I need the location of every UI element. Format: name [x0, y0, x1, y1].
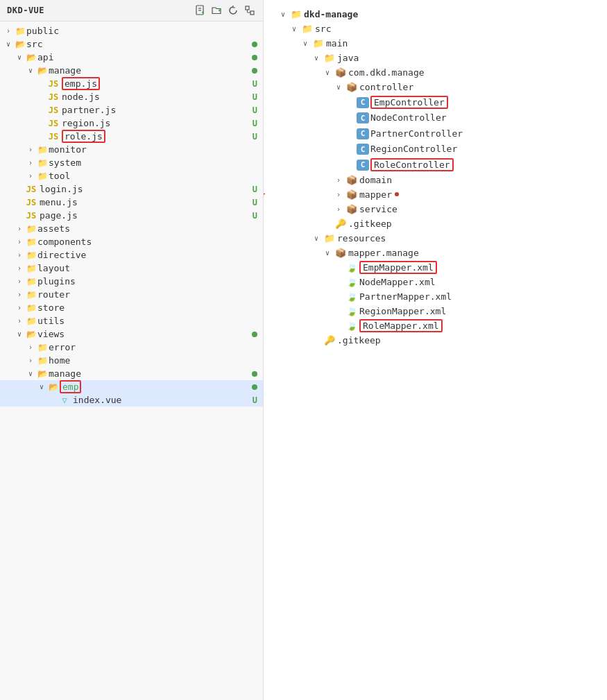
tree-item-router[interactable]: › 📁 router [0, 288, 263, 301]
item-label: error [49, 342, 263, 352]
left-panel: DKD-VUE [0, 0, 264, 700]
r-folder-icon: 📁 [311, 38, 326, 49]
tree-item-components[interactable]: › 📁 components [0, 235, 263, 248]
r-tree-item-com-dkd-manage[interactable]: ∨ 📦 com.dkd.manage [277, 65, 593, 80]
r-arrow-icon: ∨ [300, 40, 311, 47]
r-tree-item-rolecontroller[interactable]: C RoleController [277, 157, 593, 173]
arrow-icon: › [14, 317, 25, 325]
tree-item-public[interactable]: › 📁 public [0, 24, 263, 37]
tree-item-api[interactable]: ∨ 📂 api [0, 51, 263, 64]
r-tree-item-domain[interactable]: › 📦 domain [277, 173, 593, 187]
r-tree-item-mapper-row: 其他略 › 📦 mapper [277, 187, 593, 202]
status-u: U [242, 395, 263, 405]
tree-item-views-manage[interactable]: ∨ 📂 manage [0, 367, 263, 380]
item-label: manage [49, 65, 263, 76]
tree-item-views[interactable]: ∨ 📂 views [0, 327, 263, 341]
r-tree-item-regioncontroller[interactable]: C RegionController [277, 142, 593, 157]
r-tree-item-nodecontroller[interactable]: C NodeController [277, 110, 593, 126]
status-dot [252, 42, 257, 47]
tree-item-indexvue[interactable]: ▽ index.vue U [0, 393, 263, 407]
js-icon: JS [25, 198, 37, 207]
r-package-icon: 📦 [333, 248, 348, 258]
r-item-label: EmpController [370, 97, 448, 108]
status-dot [252, 384, 257, 390]
r-tree-item-rolemapper[interactable]: 🍃 RoleMapper.xml [277, 318, 593, 333]
toolbar: DKD-VUE [0, 0, 263, 22]
tree-item-monitor[interactable]: › 📁 monitor [0, 143, 263, 156]
js-icon: JS [25, 211, 37, 221]
tree-item-plugins[interactable]: › 📁 plugins [0, 275, 263, 288]
tree-item-directive[interactable]: › 📁 directive [0, 248, 263, 262]
tree-item-manage[interactable]: ∨ 📂 manage [0, 64, 263, 77]
r-package-icon: 📦 [344, 189, 359, 200]
r-item-label: service [359, 204, 397, 214]
r-item-label: EmpMapper.xml [359, 262, 437, 273]
tree-item-rolejs[interactable]: JS role.js U [0, 130, 263, 143]
tree-item-pagejs[interactable]: JS page.js U [0, 209, 263, 222]
arrow-icon: ∨ [25, 370, 36, 377]
r-package-icon: 📦 [333, 67, 348, 78]
tree-item-nodejs[interactable]: JS node.js U [0, 90, 263, 103]
tree-item-emp[interactable]: ∨ 📂 emp [0, 380, 263, 393]
r-tree-item-service[interactable]: › 📦 service [277, 202, 593, 216]
tree-item-menujs[interactable]: JS menu.js U [0, 196, 263, 209]
tree-item-src[interactable]: ∨ 📂 src [0, 37, 263, 51]
r-tree-item-regionmapper[interactable]: 🍃 RegionMapper.xml [277, 304, 593, 318]
tree-item-loginjs[interactable]: JS login.js U [0, 182, 263, 196]
js-icon: JS [25, 185, 37, 194]
arrow-icon: › [14, 278, 25, 285]
r-arrow-icon: ∨ [333, 83, 344, 91]
r-tree-item-java[interactable]: ∨ 📁 java [277, 51, 593, 65]
collapse-icon[interactable] [243, 4, 256, 17]
tree-item-error[interactable]: › 📁 error [0, 341, 263, 354]
new-folder-icon[interactable] [210, 4, 223, 17]
tree-item-home[interactable]: › 📁 home [0, 354, 263, 367]
folder-icon: 📁 [36, 171, 49, 181]
arrow-icon: › [14, 251, 25, 259]
tree-item-tool[interactable]: › 📁 tool [0, 169, 263, 182]
status-u: U [242, 92, 263, 102]
tree-item-empjs[interactable]: JS emp.js U [0, 77, 263, 90]
r-item-label: com.dkd.manage [348, 67, 425, 78]
r-tree-item-mapper-manage[interactable]: ∨ 📦 mapper.manage [277, 246, 593, 260]
folder-open-icon: 📂 [25, 53, 37, 62]
r-tree-item-partnermapper[interactable]: 🍃 PartnerMapper.xml [277, 289, 593, 304]
red-border-label: role.js [62, 130, 105, 143]
tree-item-assets[interactable]: › 📁 assets [0, 222, 263, 235]
r-tree-item-dkd-manage[interactable]: ∨ 📁 dkd-manage [277, 7, 593, 22]
folder-icon: 📁 [25, 237, 37, 247]
r-arrow-icon[interactable]: › [333, 191, 344, 198]
new-file-icon[interactable] [194, 4, 206, 17]
arrow-icon: › [25, 172, 36, 180]
r-class-icon: C [355, 96, 370, 108]
tree-item-utils[interactable]: › 📁 utils [0, 314, 263, 327]
tree-item-store[interactable]: › 📁 store [0, 301, 263, 314]
tree-item-system[interactable]: › 📁 system [0, 156, 263, 169]
r-red-border-label: EmpController [370, 96, 448, 109]
item-label: emp.js [62, 78, 242, 89]
r-tree-item-resources[interactable]: ∨ 📁 resources [277, 231, 593, 246]
tree-item-layout[interactable]: › 📁 layout [0, 262, 263, 275]
r-tree-item-gitkeep2[interactable]: 🔑 .gitkeep [277, 333, 593, 348]
arrow-icon: › [25, 357, 36, 364]
r-tree-item-empcontroller[interactable]: C EmpController [277, 94, 593, 110]
tree-item-partnerjs[interactable]: JS partner.js U [0, 103, 263, 117]
arrow-icon: ∨ [25, 67, 36, 74]
r-arrow-icon: ∨ [322, 249, 333, 257]
refresh-icon[interactable] [227, 4, 239, 17]
r-tree-item-gitkeep1[interactable]: 🔑 .gitkeep [277, 216, 593, 231]
r-tree-item-partnercontroller[interactable]: C PartnerController [277, 126, 593, 142]
r-package-icon: 📦 [344, 175, 359, 185]
r-tree-item-controller[interactable]: ∨ 📦 controller [277, 80, 593, 94]
folder-open-icon: 📂 [47, 382, 60, 392]
r-tree-item-nodemapper[interactable]: 🍃 NodeMapper.xml [277, 275, 593, 289]
r-class-icon: C [355, 159, 370, 171]
js-icon: JS [47, 119, 60, 128]
r-item-label: mapper [359, 189, 392, 200]
r-tree-item-src[interactable]: ∨ 📁 src [277, 22, 593, 36]
tree-item-regionjs[interactable]: JS region.js U [0, 117, 263, 130]
arrow-icon: › [25, 159, 36, 167]
r-tree-item-main[interactable]: ∨ 📁 main [277, 36, 593, 51]
r-tree-item-empmapper[interactable]: 🍃 EmpMapper.xml [277, 260, 593, 275]
r-java-folder-icon: 📁 [322, 53, 337, 63]
